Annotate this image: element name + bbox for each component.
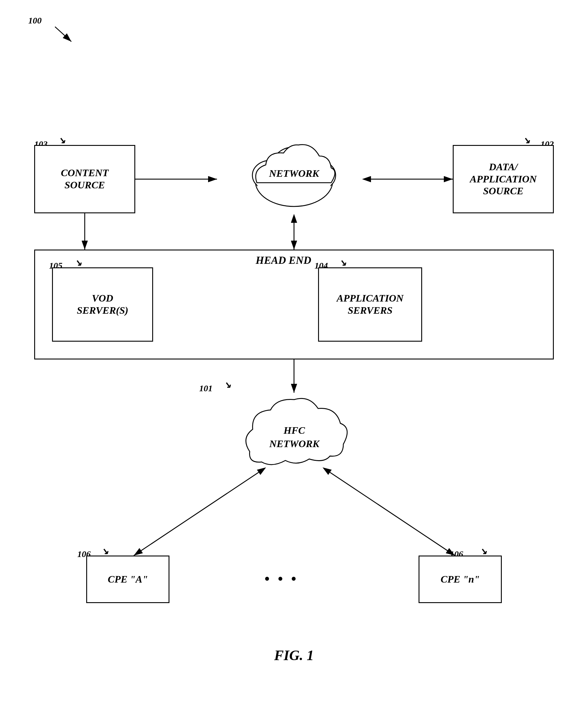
svg-text:NETWORK: NETWORK xyxy=(269,438,320,449)
ref-101-arrow: ↘ xyxy=(223,380,231,390)
svg-line-2 xyxy=(55,27,71,41)
head-end-label: HEAD END xyxy=(256,254,311,266)
diagram: 100 103 ↘ CONTENTSOURCE 102 ↘ DATA/APPLI… xyxy=(0,0,588,702)
app-servers-label: APPLICATIONSERVERS xyxy=(337,292,404,317)
cpe-n-label: CPE "n" xyxy=(440,573,480,586)
ref-102-arrow: ↘ xyxy=(522,135,530,145)
ref-103-arrow: ↘ xyxy=(58,135,66,145)
svg-line-8 xyxy=(134,472,259,556)
ref-106-right-arrow: ↘ xyxy=(480,546,487,557)
cpe-n-box: CPE "n" xyxy=(418,556,502,603)
vod-server-box: VODSERVER(S) xyxy=(52,267,153,342)
ref-106-left-arrow: ↘ xyxy=(101,546,108,557)
ref-101: 101 xyxy=(199,383,212,393)
cpe-a-box: CPE "A" xyxy=(86,556,170,603)
cpe-a-label: CPE "A" xyxy=(108,573,148,586)
content-source-box: CONTENTSOURCE xyxy=(34,145,135,213)
data-app-source-label: DATA/APPLICATIONSOURCE xyxy=(470,161,537,197)
svg-line-9 xyxy=(330,472,455,556)
hfc-network-cloud: HFC NETWORK xyxy=(238,392,351,478)
fig-label: FIG. 1 xyxy=(274,647,314,663)
ellipsis: • • • xyxy=(265,570,298,587)
ref-105-arrow: ↘ xyxy=(74,258,82,268)
app-servers-box: APPLICATIONSERVERS xyxy=(318,267,422,342)
vod-server-label: VODSERVER(S) xyxy=(77,292,128,317)
content-source-label: CONTENTSOURCE xyxy=(61,167,109,191)
ref-100: 100 xyxy=(28,15,41,25)
svg-text:HFC: HFC xyxy=(283,425,305,436)
svg-text:NETWORK: NETWORK xyxy=(269,168,319,179)
ref-104-arrow: ↘ xyxy=(339,258,346,268)
data-app-source-box: DATA/APPLICATIONSOURCE xyxy=(453,145,554,213)
network-cloud: NETWORK xyxy=(250,140,338,217)
